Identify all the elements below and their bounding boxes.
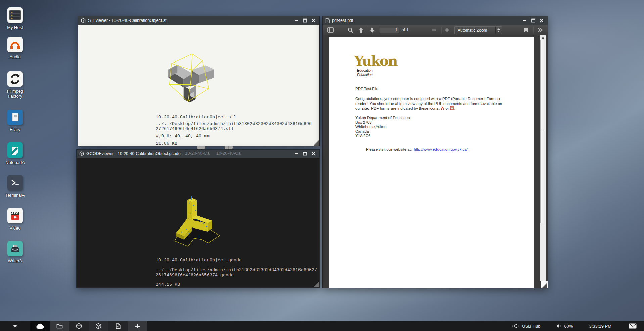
pdf-window: pdf-test.pdf of 1: [322, 16, 548, 288]
taskbar-cloud-button[interactable]: [30, 321, 50, 331]
yukon-logo: Yukon: [354, 53, 397, 69]
window-title: GCODEviewer - 10-20-40-CalibrationObject…: [86, 151, 181, 156]
resize-grip[interactable]: [542, 283, 547, 288]
pdf-body-line3-or: or: [444, 106, 450, 110]
address-line: Whitehorse,Yukon: [355, 125, 386, 129]
maximize-button[interactable]: [302, 18, 308, 23]
pdf-body-line3-period: .: [454, 106, 455, 110]
tray-clock[interactable]: 3:33:29 PM: [589, 324, 612, 329]
video-icon: [7, 208, 23, 223]
website-prefix: Please visit our website at:: [366, 147, 414, 151]
scroll-up-button[interactable]: [540, 35, 546, 40]
sidebar-toggle-button[interactable]: [325, 25, 335, 35]
desktop-icon-label: Filary: [10, 127, 20, 132]
zoom-out-button[interactable]: [429, 25, 439, 35]
next-page-button[interactable]: [368, 25, 377, 35]
minimize-button[interactable]: [522, 18, 527, 23]
cube-icon: [95, 323, 101, 329]
taskbar-new-window-button[interactable]: [128, 321, 147, 331]
plus-icon: [135, 324, 140, 329]
usb-icon: [512, 324, 519, 328]
desktop-icon-ffmpeg-factory[interactable]: FFmpeg Factory: [0, 71, 30, 99]
pdf-toolbar: of 1 Automatic Zoom: [323, 25, 548, 36]
taskbar: USB Hub 60% 3:33:29 PM: [0, 321, 644, 331]
bookmark-button[interactable]: [521, 25, 531, 35]
thumb-grip: [542, 131, 544, 131]
desktop-icon-terminala[interactable]: TerminalA: [0, 175, 30, 198]
pdf-file-icon: [116, 323, 121, 329]
gcode-path-line2: 26174696f6e4f626a656374.gcode: [156, 273, 234, 278]
desktop: My Host Audio FFmpeg Factory Filary Note…: [0, 0, 644, 331]
pdf-page: Yukon Education Éducation PDF Test File …: [329, 37, 534, 288]
taskbar-files-button[interactable]: [50, 321, 69, 331]
taskbar-stlviewer-button[interactable]: [69, 321, 89, 331]
zoom-select[interactable]: Automatic Zoom: [454, 26, 502, 34]
pdf-body-line2: reader! You should be able to view any o…: [355, 101, 502, 106]
filary-icon: [7, 110, 23, 125]
minimize-button[interactable]: [294, 18, 299, 23]
website-line: Please visit our website at: http://www.…: [355, 143, 468, 155]
desktop-icon-audio[interactable]: Audio: [0, 37, 30, 59]
desktop-icon-writera[interactable]: WriterA: [0, 241, 30, 263]
resize-grip[interactable]: [314, 140, 319, 146]
tray-usb[interactable]: USB Hub: [512, 324, 540, 329]
stl-model-render: [162, 50, 224, 112]
pdf-scrollbar[interactable]: [540, 35, 546, 281]
audio-icon: [7, 37, 23, 52]
close-button[interactable]: [311, 151, 316, 156]
website-link[interactable]: http://www.education.gov.yk.ca/: [414, 147, 468, 151]
minimize-button[interactable]: [294, 151, 299, 156]
stl-filesize: 11.86 KB: [156, 141, 177, 146]
pdf-body-line1: Congratulations, your computer is equipp…: [355, 97, 500, 101]
tray-volume[interactable]: 60%: [556, 324, 573, 329]
maximize-button[interactable]: [302, 151, 308, 156]
taskbar-pdfviewer-button[interactable]: [108, 321, 128, 331]
pdf-scrollbar-thumb[interactable]: [540, 40, 545, 223]
my-host-icon: [7, 7, 23, 23]
taskbar-gcodeviewer-button[interactable]: [89, 321, 108, 331]
thumb-grip: [542, 129, 544, 129]
thumb-grip: [542, 130, 544, 130]
cube-icon: [79, 151, 84, 156]
resize-corner[interactable]: [541, 281, 548, 288]
gcodeviewer-titlebar[interactable]: GCODEviewer - 10-20-40-CalibrationObject…: [77, 150, 319, 158]
stl-filename: 10-20-40-CalibrationObject.stl: [156, 115, 236, 120]
chevron-down-icon: [13, 325, 17, 327]
clock-label: 3:33:29 PM: [589, 324, 612, 329]
toolbar-separator: [441, 27, 441, 33]
acrobat-icon: [441, 106, 444, 111]
stl-path-line1: ../../Desktop/files/admin/inith31302d323…: [156, 121, 312, 126]
maximize-button[interactable]: [531, 18, 536, 23]
stlviewer-titlebar[interactable]: STLviewer - 10-20-40-CalibrationObject.s…: [78, 16, 319, 25]
address-line: Y1A 2C6: [355, 134, 370, 138]
desktop-icon-label: WriterA: [8, 258, 22, 263]
previous-page-button[interactable]: [356, 25, 366, 35]
search-button[interactable]: [346, 25, 355, 35]
desktop-icon-filary[interactable]: Filary: [0, 110, 30, 132]
zoom-in-button[interactable]: [442, 25, 452, 35]
envelope-icon: [629, 323, 637, 329]
desktop-icon-label: My Host: [7, 25, 23, 30]
volume-label: 60%: [564, 324, 573, 329]
pdf-titlebar[interactable]: pdf-test.pdf: [323, 16, 548, 25]
gcode-filesize: 244.15 KB: [156, 282, 180, 287]
page-number-input[interactable]: [379, 27, 399, 33]
select-arrows-icon: [496, 28, 502, 32]
writera-icon: [7, 241, 23, 256]
close-button[interactable]: [311, 18, 316, 23]
taskbar-menu-button[interactable]: [0, 321, 30, 331]
desktop-icon-label: TerminalA: [5, 193, 25, 198]
desktop-icon-video[interactable]: Video: [0, 208, 30, 231]
stl-dimensions: W,D,H: 40, 40, 40 mm: [156, 134, 210, 139]
desktop-icon-notepada[interactable]: NotepadA: [0, 142, 30, 165]
toolbar-separator: [367, 27, 367, 33]
close-button[interactable]: [539, 18, 544, 23]
resize-grip[interactable]: [314, 282, 319, 287]
zoom-select-value: Automatic Zoom: [455, 28, 495, 33]
desktop-icon-label: FFmpeg Factory: [0, 89, 30, 99]
pdf-form-icon: [450, 106, 454, 111]
desktop-icon-my-host[interactable]: My Host: [0, 7, 30, 30]
page-count-label: of 1: [399, 25, 411, 35]
toolbar-more-button[interactable]: [535, 25, 546, 35]
tray-mail[interactable]: [629, 323, 637, 329]
